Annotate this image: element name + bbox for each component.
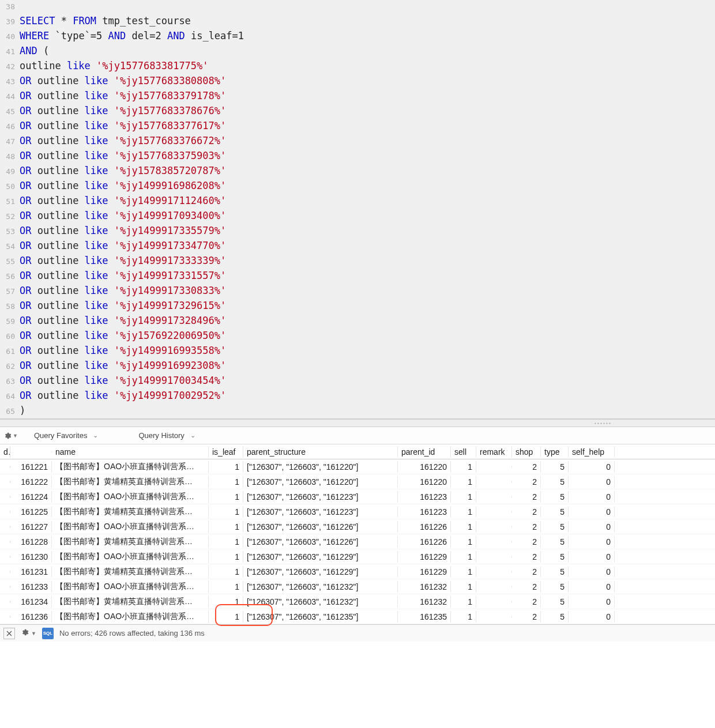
editor-line[interactable]: 50OR outline like '%jy1499916986208%' xyxy=(0,179,715,194)
cell-sell[interactable]: 1 xyxy=(451,506,476,518)
col-id[interactable] xyxy=(10,451,52,453)
expand-icon[interactable] xyxy=(3,628,15,639)
cell-sell[interactable]: 1 xyxy=(451,476,476,488)
col-parent-structure[interactable]: parent_structure xyxy=(243,446,398,458)
cell-parent-structure[interactable]: ["126307", "126603", "161223"] xyxy=(243,491,398,503)
editor-line[interactable]: 53OR outline like '%jy1499917335579%' xyxy=(0,224,715,239)
editor-line[interactable]: 62OR outline like '%jy1499916992308%' xyxy=(0,359,715,374)
cell-is-leaf[interactable]: 1 xyxy=(209,491,243,503)
cell-name[interactable]: 【图书邮寄】OAO小班直播特训营系… xyxy=(52,580,209,593)
cell-type[interactable]: 5 xyxy=(541,581,569,593)
cell-type[interactable]: 5 xyxy=(541,536,569,548)
editor-line[interactable]: 64OR outline like '%jy1499917002952%' xyxy=(0,388,715,403)
cell-type[interactable]: 5 xyxy=(541,506,569,518)
cell-shop[interactable]: 2 xyxy=(512,551,541,563)
cell-id[interactable]: 161224 xyxy=(10,491,52,503)
cell-is-leaf[interactable]: 1 xyxy=(209,506,243,518)
cell-id[interactable]: 161236 xyxy=(10,611,52,623)
code-text[interactable]: OR outline like '%jy1499917329615%' xyxy=(20,299,226,312)
cell-id[interactable]: 161230 xyxy=(10,551,52,563)
cell-self-help[interactable]: 0 xyxy=(569,506,615,518)
code-text[interactable]: OR outline like '%jy1499917328496%' xyxy=(20,314,226,327)
cell-id[interactable]: 161234 xyxy=(10,596,52,608)
cell-self-help[interactable]: 0 xyxy=(569,551,615,563)
cell-remark[interactable] xyxy=(476,616,512,618)
cell-self-help[interactable]: 0 xyxy=(569,521,615,533)
cell-remark[interactable] xyxy=(476,556,512,558)
table-row[interactable]: 161224【图书邮寄】OAO小班直播特训营系…1["126307", "126… xyxy=(0,489,715,504)
code-text[interactable]: OR outline like '%jy1577683375903%' xyxy=(20,149,226,163)
code-text[interactable]: SELECT * FROM tmp_test_course xyxy=(20,14,191,28)
cell-self-help[interactable]: 0 xyxy=(569,461,615,473)
col-sell[interactable]: sell xyxy=(451,446,476,458)
cell-is-leaf[interactable]: 1 xyxy=(209,596,243,608)
editor-line[interactable]: 41AND ( xyxy=(0,44,715,59)
col-is-leaf[interactable]: is_leaf xyxy=(209,446,243,458)
editor-line[interactable]: 47OR outline like '%jy1577683376672%' xyxy=(0,134,715,149)
cell-type[interactable]: 5 xyxy=(541,521,569,533)
cell-remark[interactable] xyxy=(476,481,512,483)
cell-remark[interactable] xyxy=(476,586,512,588)
editor-line[interactable]: 43OR outline like '%jy1577683380808%' xyxy=(0,74,715,89)
cell[interactable] xyxy=(0,496,10,498)
cell-self-help[interactable]: 0 xyxy=(569,476,615,488)
cell-is-leaf[interactable]: 1 xyxy=(209,566,243,578)
cell-name[interactable]: 【图书邮寄】OAO小班直播特训营系… xyxy=(52,461,209,473)
editor-line[interactable]: 56OR outline like '%jy1499917331557%' xyxy=(0,269,715,284)
cell[interactable] xyxy=(0,526,10,528)
cell-remark[interactable] xyxy=(476,541,512,543)
cell[interactable] xyxy=(0,616,10,618)
pane-splitter[interactable] xyxy=(0,419,715,427)
cell-name[interactable]: 【图书邮寄】黄埔精英直播特训营系… xyxy=(52,535,209,548)
cell-shop[interactable]: 2 xyxy=(512,566,541,578)
code-text[interactable]: OR outline like '%jy1499916993558%' xyxy=(20,344,226,357)
cell-is-leaf[interactable]: 1 xyxy=(209,536,243,548)
editor-line[interactable]: 39SELECT * FROM tmp_test_course xyxy=(0,14,715,29)
cell-parent-structure[interactable]: ["126307", "126603", "161229"] xyxy=(243,551,398,563)
editor-line[interactable]: 58OR outline like '%jy1499917329615%' xyxy=(0,299,715,314)
cell-is-leaf[interactable]: 1 xyxy=(209,461,243,473)
sql-editor[interactable]: 3839SELECT * FROM tmp_test_course40WHERE… xyxy=(0,0,715,419)
table-row[interactable]: 161230【图书邮寄】OAO小班直播特训营系…1["126307", "126… xyxy=(0,549,715,564)
cell[interactable] xyxy=(0,541,10,543)
editor-line[interactable]: 51OR outline like '%jy1499917112460%' xyxy=(0,194,715,209)
table-row[interactable]: 161234【图书邮寄】黄埔精英直播特训营系…1["126307", "1266… xyxy=(0,594,715,609)
editor-line[interactable]: 49OR outline like '%jy1578385720787%' xyxy=(0,164,715,179)
results-table[interactable]: d name is_leaf parent_structure parent_i… xyxy=(0,444,715,624)
code-text[interactable]: OR outline like '%jy1499916992308%' xyxy=(20,359,226,372)
table-row[interactable]: 161231【图书邮寄】黄埔精英直播特训营系…1["126307", "1266… xyxy=(0,564,715,579)
cell-id[interactable]: 161221 xyxy=(10,461,52,473)
cell-shop[interactable]: 2 xyxy=(512,491,541,503)
table-row[interactable]: 161236【图书邮寄】OAO小班直播特训营系…1["126307", "126… xyxy=(0,609,715,624)
cell-type[interactable]: 5 xyxy=(541,476,569,488)
gear-icon[interactable] xyxy=(3,432,12,440)
cell-parent-structure[interactable]: ["126307", "126603", "161229"] xyxy=(243,566,398,578)
editor-line[interactable]: 42outline like '%jy1577683381775%' xyxy=(0,59,715,74)
code-text[interactable]: OR outline like '%jy1499917112460%' xyxy=(20,194,226,208)
cell-name[interactable]: 【图书邮寄】黄埔精英直播特训营系… xyxy=(52,506,209,518)
query-history-dropdown[interactable]: Query History ⌄ xyxy=(138,431,195,440)
cell-parent-structure[interactable]: ["126307", "126603", "161226"] xyxy=(243,521,398,533)
table-row[interactable]: 161221【图书邮寄】OAO小班直播特训营系…1["126307", "126… xyxy=(0,459,715,474)
editor-line[interactable]: 59OR outline like '%jy1499917328496%' xyxy=(0,314,715,329)
cell-id[interactable]: 161227 xyxy=(10,521,52,533)
editor-line[interactable]: 40WHERE `type`=5 AND del=2 AND is_leaf=1 xyxy=(0,29,715,44)
code-text[interactable]: outline like '%jy1577683381775%' xyxy=(20,59,209,73)
code-text[interactable]: OR outline like '%jy1499917003454%' xyxy=(20,374,226,387)
code-text[interactable]: OR outline like '%jy1577683379178%' xyxy=(20,89,226,103)
cell-parent-structure[interactable]: ["126307", "126603", "161232"] xyxy=(243,581,398,593)
cell-self-help[interactable]: 0 xyxy=(569,581,615,593)
cell-name[interactable]: 【图书邮寄】OAO小班直播特训营系… xyxy=(52,491,209,503)
cell[interactable] xyxy=(0,601,10,603)
cell-shop[interactable]: 2 xyxy=(512,476,541,488)
cell[interactable] xyxy=(0,481,10,483)
cell-id[interactable]: 161228 xyxy=(10,536,52,548)
cell-is-leaf[interactable]: 1 xyxy=(209,476,243,488)
editor-line[interactable]: 60OR outline like '%jy1576922006950%' xyxy=(0,329,715,344)
cell-sell[interactable]: 1 xyxy=(451,461,476,473)
cell-parent-id[interactable]: 161223 xyxy=(398,506,451,518)
cell-shop[interactable]: 2 xyxy=(512,521,541,533)
cell[interactable] xyxy=(0,466,10,468)
cell-self-help[interactable]: 0 xyxy=(569,566,615,578)
cell-parent-id[interactable]: 161235 xyxy=(398,611,451,623)
